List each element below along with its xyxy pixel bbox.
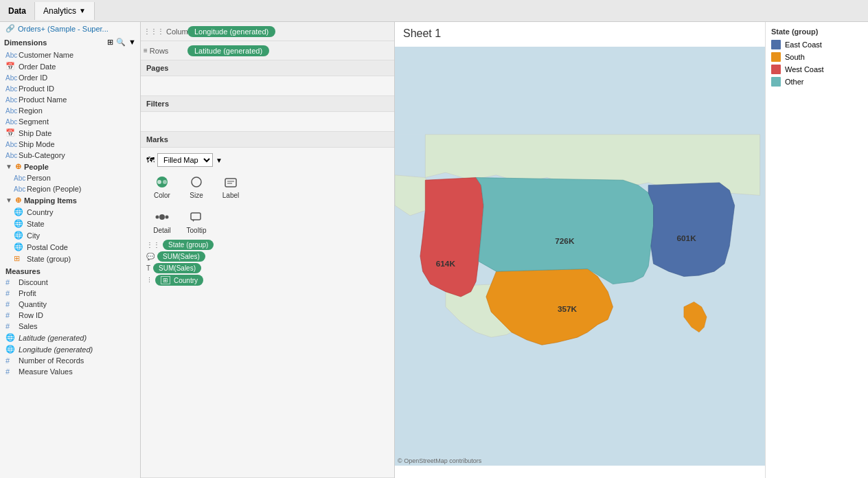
people-group-header[interactable]: ▼ ⊕ People [0,161,140,172]
dim-ship-mode[interactable]: Abc Ship Mode [0,139,140,150]
hash-icon: # [5,278,15,286]
dim-country[interactable]: 🌐 Country [0,206,140,218]
legend-color-west-coast [771,65,781,74]
marks-tooltip-btn[interactable]: Tooltip [181,205,212,237]
marks-pill-icon-speech: 💬 [146,253,155,260]
legend-east-coast[interactable]: East Coast [771,40,863,49]
dim-profit[interactable]: # Profit [0,288,140,299]
globe-icon4: 🌐 [14,242,23,251]
globe-icon3: 🌐 [14,231,23,240]
dim-region[interactable]: Abc Region [0,105,140,116]
dim-customer-name[interactable]: Abc Customer Name [0,49,140,60]
legend-other[interactable]: Other [771,77,863,87]
dim-city[interactable]: 🌐 City [0,229,140,241]
marks-color-btn[interactable]: Color [146,170,178,202]
data-tab[interactable]: Data [0,2,35,20]
abc-icon2: Abc [5,74,15,82]
dim-latitude[interactable]: 🌐 Latitude (generated) [0,332,140,343]
dim-num-records[interactable]: # Number of Records [0,355,140,366]
marks-type-select[interactable]: Filled Map Automatic Bar Line [157,153,213,167]
sheet-container: Sheet 1 [395,22,868,478]
group-icon: ⊞ [14,254,23,263]
dim-region-people[interactable]: Abc Region (People) [0,183,140,194]
marks-pill-sum-sales1-pill[interactable]: SUM(Sales) [157,251,205,262]
dim-segment[interactable]: Abc Segment [0,116,140,127]
pages-header: Pages [141,60,394,76]
label-726k: 726K [555,236,575,246]
dim-measure-values[interactable]: # Measure Values [0,366,140,377]
label-icon [219,172,242,192]
hash-icon5: # [5,322,15,330]
svg-marker-11 [192,220,194,222]
globe-icon2: 🌐 [14,219,23,228]
dim-product-id[interactable]: Abc Product ID [0,83,140,94]
legend-label-south: South [785,53,805,61]
dim-product-name[interactable]: Abc Product Name [0,94,140,105]
pages-body [141,76,394,95]
dim-sales[interactable]: # Sales [0,321,140,332]
analytics-tab[interactable]: Analytics ▼ [35,2,95,20]
pill-country-icon: ⊞ [161,276,170,284]
size-icon [185,172,208,192]
datasource-row[interactable]: 🔗 Orders+ (Sample - Super... [0,22,140,35]
analytics-dropdown-icon[interactable]: ▼ [79,7,86,14]
map-container[interactable]: 614K 726K 601K 357K © OpenStreetMap cont… [395,47,765,466]
marks-pill-sum-sales2-pill[interactable]: SUM(Sales) [153,263,201,273]
dim-postal-code[interactable]: 🌐 Postal Code [0,241,140,253]
marks-size-btn[interactable]: Size [181,170,212,202]
dim-order-id[interactable]: Abc Order ID [0,72,140,83]
marks-pill-state-group-pill[interactable]: State (group) [163,240,214,250]
dim-sub-category[interactable]: Abc Sub-Category [0,150,140,161]
marks-pill-icon-dots: ⋮⋮ [146,241,160,249]
marks-label-btn[interactable]: Label [215,170,247,202]
detail-icon [150,207,174,227]
dim-longitude[interactable]: 🌐 Longitude (generated) [0,343,140,355]
dim-person[interactable]: Abc Person [0,172,140,183]
marks-pill-country-pill[interactable]: ⊞ Country [155,275,203,286]
svg-point-8 [156,216,159,219]
dim-state[interactable]: 🌐 State [0,218,140,229]
marks-detail-btn[interactable]: Detail [146,205,178,237]
dim-state-group[interactable]: ⊞ State (group) [0,253,140,264]
mapping-group-header[interactable]: ▼ ⊕ Mapping Items [0,194,140,206]
columns-pill[interactable]: Longitude (generated) [187,26,275,37]
hash-icon6: # [5,356,15,365]
marks-type-dropdown[interactable]: 🗺 Filled Map Automatic Bar Line ▼ [146,153,389,167]
grid-icon[interactable]: ⊞ [107,38,113,47]
rows-icon: ≡ [144,47,148,54]
marks-pill-state-group: ⋮⋮ State (group) [146,240,389,250]
legend-west-coast[interactable]: West Coast [771,65,863,74]
legend-color-east-coast [771,40,781,49]
middle-panel: ⋮⋮⋮ Columns Longitude (generated) ≡ Rows… [141,22,395,478]
filters-header: Filters [141,96,394,112]
dim-ship-date[interactable]: 📅 Ship Date [0,127,140,139]
legend-title: State (group) [771,27,863,36]
marks-pill-country: ⋮ ⊞ Country [146,275,389,286]
pill-country-label: Country [174,277,198,284]
legend-south[interactable]: South [771,52,863,62]
legend: State (group) East Coast South West Coas… [765,22,868,478]
search-icon[interactable]: 🔍 [116,38,126,47]
abc-icon5: Abc [5,107,15,115]
rows-pill[interactable]: Latitude (generated) [187,45,269,56]
legend-label-other: Other [785,78,804,86]
dropdown-icon[interactable]: ▼ [128,38,136,47]
globe-icon6: 🌐 [5,345,15,354]
svg-point-1 [157,180,161,184]
marks-section: Marks 🗺 Filled Map Automatic Bar Line ▼ [141,132,394,478]
analytics-label: Analytics [43,6,76,16]
dim-row-id[interactable]: # Row ID [0,310,140,321]
abc-icon6: Abc [5,118,15,126]
dim-order-date[interactable]: 📅 Order Date [0,60,140,72]
marks-body: 🗺 Filled Map Automatic Bar Line ▼ [141,148,394,290]
dim-quantity[interactable]: # Quantity [0,299,140,310]
rows-shelf: ≡ Rows Latitude (generated) [141,41,394,60]
sheet: Sheet 1 [395,22,765,478]
label-601k: 601K [676,234,696,243]
dim-discount[interactable]: # Discount [0,277,140,288]
marks-buttons-row: Color Size Label [146,170,389,202]
calendar-icon: 📅 [5,62,15,71]
abc-icon7: Abc [5,141,15,148]
pill-state-group-label: State (group) [168,241,208,249]
measures-section: Measures [0,264,140,277]
